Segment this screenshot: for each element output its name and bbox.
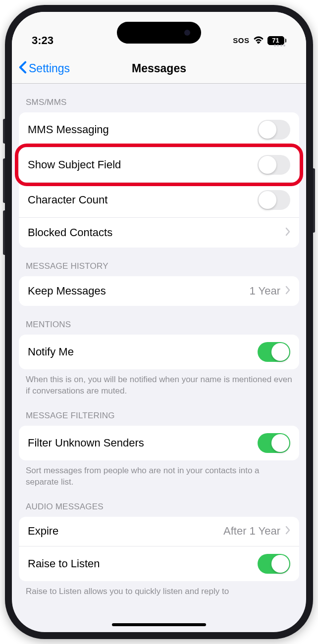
status-dots-icon — [274, 45, 286, 47]
row-show-subject-field[interactable]: Show Subject Field — [19, 148, 299, 183]
volume-up-button — [3, 158, 5, 203]
row-raise-to-listen[interactable]: Raise to Listen — [19, 546, 299, 581]
row-label: Blocked Contacts — [28, 226, 112, 239]
section-footer-mentions: When this is on, you will be notified wh… — [12, 369, 306, 397]
section-header-message-history: MESSAGE HISTORY — [12, 248, 306, 276]
row-value: After 1 Year — [223, 525, 280, 538]
row-label: Show Subject Field — [28, 158, 121, 171]
row-label: Character Count — [28, 194, 107, 206]
toggle-filter-unknown-senders[interactable] — [258, 433, 290, 453]
phone-frame: 3:23 SOS 71 — [5, 5, 313, 639]
section-smsmms: MMS Messaging Show Subject Field Charact… — [19, 112, 299, 248]
row-mms-messaging[interactable]: MMS Messaging — [19, 112, 299, 148]
row-label: Raise to Listen — [28, 557, 100, 570]
row-label: Expire — [28, 525, 58, 538]
section-header-smsmms: SMS/MMS — [12, 84, 306, 112]
toggle-character-count[interactable] — [258, 190, 290, 210]
back-button[interactable]: Settings — [19, 61, 70, 77]
row-label: Filter Unknown Senders — [28, 437, 144, 449]
screen: 3:23 SOS 71 — [12, 12, 306, 632]
section-message-filtering: Filter Unknown Senders — [19, 426, 299, 460]
toggle-notify-me[interactable] — [258, 342, 290, 362]
home-indicator[interactable] — [112, 623, 206, 626]
chevron-left-icon — [19, 61, 27, 77]
toggle-raise-to-listen[interactable] — [258, 554, 290, 574]
row-character-count[interactable]: Character Count — [19, 183, 299, 218]
chevron-right-icon — [285, 286, 290, 297]
power-button — [313, 168, 315, 233]
section-footer-audio-messages: Raise to Listen allows you to quickly li… — [12, 581, 306, 597]
toggle-mms-messaging[interactable] — [258, 120, 290, 140]
section-mentions: Notify Me — [19, 335, 299, 369]
row-keep-messages[interactable]: Keep Messages 1 Year — [19, 276, 299, 306]
row-blocked-contacts[interactable]: Blocked Contacts — [19, 218, 299, 248]
chevron-right-icon — [285, 227, 290, 238]
side-button — [3, 119, 5, 144]
section-header-message-filtering: MESSAGE FILTERING — [12, 397, 306, 426]
wifi-icon — [253, 35, 264, 46]
page-title: Messages — [132, 62, 186, 75]
chevron-right-icon — [285, 526, 290, 537]
row-label: Keep Messages — [28, 285, 106, 297]
section-message-history: Keep Messages 1 Year — [19, 276, 299, 306]
row-expire[interactable]: Expire After 1 Year — [19, 517, 299, 546]
back-label: Settings — [29, 62, 70, 75]
section-header-audio-messages: AUDIO MESSAGES — [12, 488, 306, 517]
volume-down-button — [3, 210, 5, 255]
section-header-mentions: MENTIONS — [12, 306, 306, 335]
battery-level: 71 — [272, 37, 279, 44]
row-notify-me[interactable]: Notify Me — [19, 335, 299, 369]
row-label: MMS Messaging — [28, 123, 109, 136]
section-audio-messages: Expire After 1 Year Raise to Listen — [19, 517, 299, 581]
row-label: Notify Me — [28, 346, 74, 358]
content[interactable]: SMS/MMS MMS Messaging Show Subject Field… — [12, 84, 306, 632]
section-footer-message-filtering: Sort messages from people who are not in… — [12, 460, 306, 488]
row-filter-unknown-senders[interactable]: Filter Unknown Senders — [19, 426, 299, 460]
sos-indicator: SOS — [233, 36, 249, 45]
dynamic-island — [117, 22, 201, 44]
battery-indicator: 71 — [267, 36, 287, 45]
row-value: 1 Year — [250, 285, 280, 297]
nav-bar: Settings Messages — [12, 54, 306, 84]
toggle-show-subject-field[interactable] — [258, 155, 290, 175]
status-time: 3:23 — [32, 34, 53, 47]
